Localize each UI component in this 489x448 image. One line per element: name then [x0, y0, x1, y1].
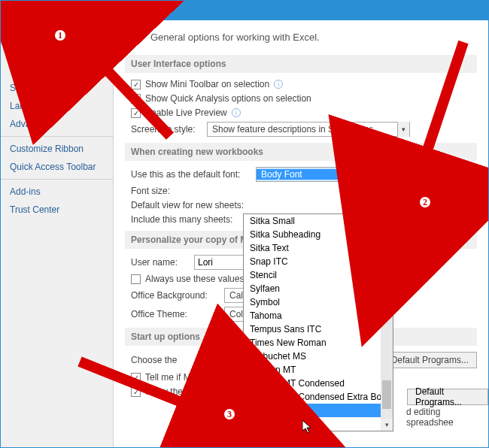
section-new-workbooks: When creating new workbooks	[125, 143, 477, 161]
font-option[interactable]: Snap ITC	[244, 255, 381, 268]
font-option[interactable]: Tw Cen MT Condensed Extra Bold	[244, 390, 381, 404]
mouse-cursor-icon	[302, 420, 314, 435]
chevron-down-icon: ▾	[397, 122, 409, 137]
sidebar-item-trust-center[interactable]: Trust Center	[1, 201, 113, 219]
label-default-view: Default view for new sheets:	[131, 200, 251, 210]
sidebar: GeneralFormulasProofingSaveLanguageAdvan…	[1, 20, 114, 447]
label-choose-ext: Choose the	[131, 355, 177, 365]
scroll-down-icon[interactable]: ▾	[381, 419, 393, 431]
label-tell-me: Tell me if Microsoft Excel i	[145, 372, 249, 383]
label-quick-analysis: Show Quick Analysis options on selection	[145, 93, 311, 104]
font-option[interactable]: Sitka Small	[244, 214, 381, 228]
sidebar-item-add-ins[interactable]: Add-ins	[1, 183, 113, 201]
sidebar-item-advanced[interactable]: Advanced	[1, 115, 113, 133]
font-option[interactable]: Stencil	[244, 268, 381, 282]
scrollbar[interactable]: ▴ ▾	[381, 214, 393, 431]
font-option[interactable]: Sylfaen	[244, 282, 381, 295]
label-mini-toolbar: Show Mini Toolbar on selection	[145, 79, 269, 89]
sidebar-item-proofing[interactable]: Proofing	[1, 61, 113, 79]
section-ui-options: User Interface options	[125, 55, 477, 73]
checkbox-mini-toolbar[interactable]	[131, 80, 141, 89]
sidebar-item-language[interactable]: Language	[1, 97, 113, 115]
font-option[interactable]: Verdana	[244, 404, 381, 417]
sidebar-item-formulas[interactable]: Formulas	[1, 43, 113, 61]
font-dropdown[interactable]: Sitka SmallSitka SubheadingSitka TextSna…	[243, 213, 393, 431]
label-office-bg: Office Background:	[131, 290, 220, 301]
checkbox-tell-me[interactable]	[131, 373, 141, 383]
font-option[interactable]: Tw Cen MT	[244, 363, 381, 377]
font-option[interactable]: Times New Roman	[244, 336, 381, 350]
checkbox-always-use[interactable]	[131, 274, 141, 284]
page-header: General options for working with Excel.	[150, 32, 320, 43]
titlebar: Excel Options	[1, 1, 488, 20]
default-programs-button[interactable]: Default Programs...	[407, 389, 488, 405]
default-programs-button[interactable]: Default Programs...	[383, 352, 477, 368]
scroll-thumb[interactable]	[382, 380, 391, 409]
label-office-theme: Office Theme:	[131, 309, 220, 319]
label-default-font: Use this as the default font:	[131, 169, 251, 180]
label-screentip: ScreenTip style:	[131, 124, 202, 135]
font-option[interactable]: Sitka Text	[244, 241, 381, 255]
window-title: Excel Options	[7, 5, 62, 16]
font-option[interactable]: Tahoma	[244, 309, 381, 322]
annotation-marker-1: 1	[53, 28, 68, 43]
font-option[interactable]: Sitka Subheading	[244, 228, 381, 241]
label-live-preview: Enable Live Preview	[145, 107, 227, 118]
screentip-combo[interactable]: Show feature descriptions in ScreenTips …	[207, 122, 410, 137]
scroll-up-icon[interactable]: ▴	[381, 214, 393, 226]
annotation-marker-3: 3	[222, 407, 237, 422]
general-icon	[125, 28, 143, 46]
info-icon[interactable]	[274, 80, 283, 89]
checkbox-live-preview[interactable]	[131, 108, 141, 118]
font-option[interactable]: Tempus Sans ITC	[244, 322, 381, 336]
sidebar-item-customize-ribbon[interactable]: Customize Ribbon	[1, 140, 113, 158]
label-font-size: Font size:	[131, 186, 251, 196]
default-font-combo[interactable]: Body Font ▾	[256, 167, 402, 182]
checkbox-quick-analysis[interactable]	[131, 94, 141, 104]
font-option[interactable]: Trebuchet MS	[244, 350, 381, 363]
font-option[interactable]: Symbol	[244, 295, 381, 309]
info-icon[interactable]	[232, 108, 241, 117]
annotation-marker-2: 2	[418, 195, 433, 210]
sidebar-item-save[interactable]: Save	[1, 79, 113, 97]
chevron-down-icon: ▾	[390, 167, 402, 182]
label-many-sheets: Include this many sheets:	[131, 214, 251, 225]
excel-options-window: Excel Options GeneralFormulasProofingSav…	[0, 0, 489, 448]
checkbox-show-start[interactable]	[131, 387, 141, 397]
sidebar-item-quick-access-toolbar[interactable]: Quick Access Toolbar	[1, 158, 113, 176]
font-option[interactable]: Tw Cen MT Condensed	[244, 377, 381, 390]
user-name-input[interactable]	[194, 255, 247, 270]
content-pane: General options for working with Excel. …	[114, 20, 488, 447]
label-show-start: Show the Start screen whe	[145, 386, 253, 397]
label-user-name: User name:	[131, 257, 190, 268]
scroll-track[interactable]	[381, 226, 393, 419]
